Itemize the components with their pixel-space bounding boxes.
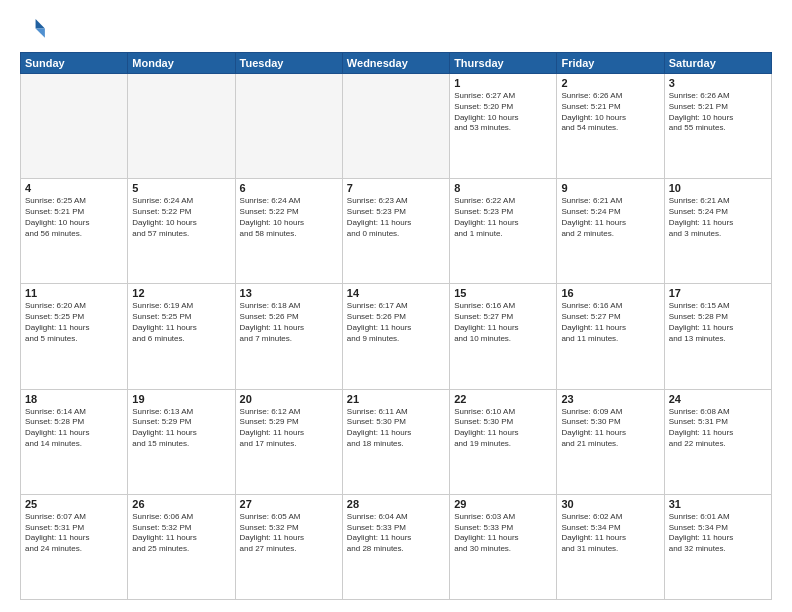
calendar-cell: 19Sunrise: 6:13 AM Sunset: 5:29 PM Dayli… xyxy=(128,389,235,494)
calendar-header-sunday: Sunday xyxy=(21,53,128,74)
calendar-cell: 22Sunrise: 6:10 AM Sunset: 5:30 PM Dayli… xyxy=(450,389,557,494)
day-info: Sunrise: 6:03 AM Sunset: 5:33 PM Dayligh… xyxy=(454,512,552,555)
calendar-cell xyxy=(21,74,128,179)
calendar-cell: 26Sunrise: 6:06 AM Sunset: 5:32 PM Dayli… xyxy=(128,494,235,599)
calendar-cell: 24Sunrise: 6:08 AM Sunset: 5:31 PM Dayli… xyxy=(664,389,771,494)
calendar-cell: 9Sunrise: 6:21 AM Sunset: 5:24 PM Daylig… xyxy=(557,179,664,284)
calendar-cell: 5Sunrise: 6:24 AM Sunset: 5:22 PM Daylig… xyxy=(128,179,235,284)
calendar-header-monday: Monday xyxy=(128,53,235,74)
day-number: 6 xyxy=(240,182,338,194)
calendar-cell: 7Sunrise: 6:23 AM Sunset: 5:23 PM Daylig… xyxy=(342,179,449,284)
day-info: Sunrise: 6:15 AM Sunset: 5:28 PM Dayligh… xyxy=(669,301,767,344)
day-number: 4 xyxy=(25,182,123,194)
day-info: Sunrise: 6:24 AM Sunset: 5:22 PM Dayligh… xyxy=(240,196,338,239)
calendar-cell: 11Sunrise: 6:20 AM Sunset: 5:25 PM Dayli… xyxy=(21,284,128,389)
day-number: 25 xyxy=(25,498,123,510)
day-number: 23 xyxy=(561,393,659,405)
day-number: 5 xyxy=(132,182,230,194)
day-number: 7 xyxy=(347,182,445,194)
day-number: 10 xyxy=(669,182,767,194)
day-number: 30 xyxy=(561,498,659,510)
day-info: Sunrise: 6:04 AM Sunset: 5:33 PM Dayligh… xyxy=(347,512,445,555)
day-info: Sunrise: 6:10 AM Sunset: 5:30 PM Dayligh… xyxy=(454,407,552,450)
day-info: Sunrise: 6:21 AM Sunset: 5:24 PM Dayligh… xyxy=(561,196,659,239)
svg-marker-0 xyxy=(36,19,45,28)
calendar-cell: 14Sunrise: 6:17 AM Sunset: 5:26 PM Dayli… xyxy=(342,284,449,389)
day-info: Sunrise: 6:22 AM Sunset: 5:23 PM Dayligh… xyxy=(454,196,552,239)
calendar-cell: 31Sunrise: 6:01 AM Sunset: 5:34 PM Dayli… xyxy=(664,494,771,599)
day-info: Sunrise: 6:20 AM Sunset: 5:25 PM Dayligh… xyxy=(25,301,123,344)
header xyxy=(20,16,772,44)
calendar-cell xyxy=(342,74,449,179)
day-number: 18 xyxy=(25,393,123,405)
calendar-cell xyxy=(235,74,342,179)
day-number: 19 xyxy=(132,393,230,405)
day-number: 16 xyxy=(561,287,659,299)
day-number: 27 xyxy=(240,498,338,510)
calendar-table: SundayMondayTuesdayWednesdayThursdayFrid… xyxy=(20,52,772,600)
day-number: 2 xyxy=(561,77,659,89)
calendar-week-1: 4Sunrise: 6:25 AM Sunset: 5:21 PM Daylig… xyxy=(21,179,772,284)
day-number: 9 xyxy=(561,182,659,194)
logo-icon xyxy=(20,16,48,44)
day-number: 22 xyxy=(454,393,552,405)
calendar-header-thursday: Thursday xyxy=(450,53,557,74)
day-number: 15 xyxy=(454,287,552,299)
calendar-cell: 8Sunrise: 6:22 AM Sunset: 5:23 PM Daylig… xyxy=(450,179,557,284)
calendar-cell: 28Sunrise: 6:04 AM Sunset: 5:33 PM Dayli… xyxy=(342,494,449,599)
day-info: Sunrise: 6:16 AM Sunset: 5:27 PM Dayligh… xyxy=(454,301,552,344)
day-number: 13 xyxy=(240,287,338,299)
day-info: Sunrise: 6:13 AM Sunset: 5:29 PM Dayligh… xyxy=(132,407,230,450)
calendar-header-tuesday: Tuesday xyxy=(235,53,342,74)
calendar-cell: 16Sunrise: 6:16 AM Sunset: 5:27 PM Dayli… xyxy=(557,284,664,389)
day-number: 3 xyxy=(669,77,767,89)
calendar-cell: 4Sunrise: 6:25 AM Sunset: 5:21 PM Daylig… xyxy=(21,179,128,284)
calendar-cell: 23Sunrise: 6:09 AM Sunset: 5:30 PM Dayli… xyxy=(557,389,664,494)
calendar-header-saturday: Saturday xyxy=(664,53,771,74)
calendar-cell: 30Sunrise: 6:02 AM Sunset: 5:34 PM Dayli… xyxy=(557,494,664,599)
calendar-cell: 20Sunrise: 6:12 AM Sunset: 5:29 PM Dayli… xyxy=(235,389,342,494)
calendar-cell: 29Sunrise: 6:03 AM Sunset: 5:33 PM Dayli… xyxy=(450,494,557,599)
day-info: Sunrise: 6:18 AM Sunset: 5:26 PM Dayligh… xyxy=(240,301,338,344)
calendar-cell: 18Sunrise: 6:14 AM Sunset: 5:28 PM Dayli… xyxy=(21,389,128,494)
calendar-week-2: 11Sunrise: 6:20 AM Sunset: 5:25 PM Dayli… xyxy=(21,284,772,389)
calendar-cell xyxy=(128,74,235,179)
calendar-cell: 3Sunrise: 6:26 AM Sunset: 5:21 PM Daylig… xyxy=(664,74,771,179)
day-number: 17 xyxy=(669,287,767,299)
day-info: Sunrise: 6:08 AM Sunset: 5:31 PM Dayligh… xyxy=(669,407,767,450)
calendar-cell: 1Sunrise: 6:27 AM Sunset: 5:20 PM Daylig… xyxy=(450,74,557,179)
day-number: 20 xyxy=(240,393,338,405)
calendar-header-wednesday: Wednesday xyxy=(342,53,449,74)
calendar-week-4: 25Sunrise: 6:07 AM Sunset: 5:31 PM Dayli… xyxy=(21,494,772,599)
day-info: Sunrise: 6:23 AM Sunset: 5:23 PM Dayligh… xyxy=(347,196,445,239)
day-info: Sunrise: 6:07 AM Sunset: 5:31 PM Dayligh… xyxy=(25,512,123,555)
day-number: 28 xyxy=(347,498,445,510)
calendar-header-friday: Friday xyxy=(557,53,664,74)
day-info: Sunrise: 6:11 AM Sunset: 5:30 PM Dayligh… xyxy=(347,407,445,450)
calendar-header-row: SundayMondayTuesdayWednesdayThursdayFrid… xyxy=(21,53,772,74)
day-info: Sunrise: 6:02 AM Sunset: 5:34 PM Dayligh… xyxy=(561,512,659,555)
day-info: Sunrise: 6:14 AM Sunset: 5:28 PM Dayligh… xyxy=(25,407,123,450)
calendar-cell: 13Sunrise: 6:18 AM Sunset: 5:26 PM Dayli… xyxy=(235,284,342,389)
calendar-cell: 21Sunrise: 6:11 AM Sunset: 5:30 PM Dayli… xyxy=(342,389,449,494)
day-info: Sunrise: 6:26 AM Sunset: 5:21 PM Dayligh… xyxy=(669,91,767,134)
day-number: 29 xyxy=(454,498,552,510)
day-number: 1 xyxy=(454,77,552,89)
calendar-cell: 25Sunrise: 6:07 AM Sunset: 5:31 PM Dayli… xyxy=(21,494,128,599)
day-number: 21 xyxy=(347,393,445,405)
day-number: 26 xyxy=(132,498,230,510)
day-info: Sunrise: 6:21 AM Sunset: 5:24 PM Dayligh… xyxy=(669,196,767,239)
day-number: 14 xyxy=(347,287,445,299)
day-info: Sunrise: 6:16 AM Sunset: 5:27 PM Dayligh… xyxy=(561,301,659,344)
day-number: 12 xyxy=(132,287,230,299)
calendar-body: 1Sunrise: 6:27 AM Sunset: 5:20 PM Daylig… xyxy=(21,74,772,600)
day-info: Sunrise: 6:05 AM Sunset: 5:32 PM Dayligh… xyxy=(240,512,338,555)
day-info: Sunrise: 6:19 AM Sunset: 5:25 PM Dayligh… xyxy=(132,301,230,344)
calendar-cell: 6Sunrise: 6:24 AM Sunset: 5:22 PM Daylig… xyxy=(235,179,342,284)
day-info: Sunrise: 6:06 AM Sunset: 5:32 PM Dayligh… xyxy=(132,512,230,555)
calendar-cell: 2Sunrise: 6:26 AM Sunset: 5:21 PM Daylig… xyxy=(557,74,664,179)
calendar-cell: 10Sunrise: 6:21 AM Sunset: 5:24 PM Dayli… xyxy=(664,179,771,284)
calendar-cell: 27Sunrise: 6:05 AM Sunset: 5:32 PM Dayli… xyxy=(235,494,342,599)
svg-marker-1 xyxy=(36,28,45,37)
day-info: Sunrise: 6:24 AM Sunset: 5:22 PM Dayligh… xyxy=(132,196,230,239)
